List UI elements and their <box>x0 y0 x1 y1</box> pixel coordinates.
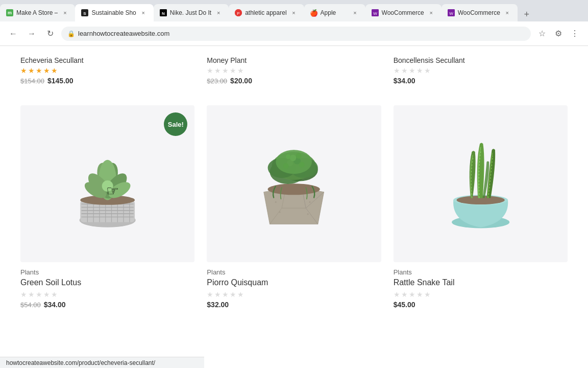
tab-label-5: Apple <box>321 9 348 16</box>
star-5: ★ <box>51 66 58 75</box>
product-title-1: Green Soil Lotus <box>20 278 194 287</box>
svg-point-44 <box>279 211 281 213</box>
tab-nike[interactable]: N Nike. Just Do It × <box>154 4 229 21</box>
product-price-3: $45.00 <box>394 301 568 309</box>
lock-icon: 🔒 <box>67 30 75 37</box>
empty-star-t3-2: ★ <box>401 66 408 75</box>
svg-text:W: W <box>449 11 453 16</box>
tab-favicon-1: m <box>6 9 13 16</box>
top-product-price-1: $154.00 $145.00 <box>20 77 194 85</box>
product-image-2 <box>207 128 381 240</box>
sale-price-2: $20.00 <box>230 77 252 85</box>
product-image-wrap-3 <box>394 105 568 262</box>
empty-star-1: ★ <box>207 66 213 75</box>
star-3: ★ <box>36 66 42 75</box>
top-product-price-3: $34.00 <box>394 77 568 85</box>
product-image-3 <box>394 128 568 240</box>
svg-text:P: P <box>237 11 239 16</box>
svg-point-58 <box>290 154 297 161</box>
svg-point-47 <box>268 183 320 195</box>
sale-price-1: $145.00 <box>47 77 74 85</box>
product-rating-3: ★ ★ ★ ★ ★ <box>394 290 568 298</box>
tab-sustainable-sho[interactable]: S Sustainable Sho × <box>75 4 153 21</box>
product-category-3: Plants <box>394 268 568 276</box>
tab-label-3: Nike. Just Do It <box>170 9 211 16</box>
tab-close-4[interactable]: × <box>290 9 298 17</box>
original-price-1: $154.00 <box>20 77 44 85</box>
address-bar: ← → ↻ 🔒 learnhowtocreateawebsite.com ☆ ⚙… <box>0 21 588 46</box>
empty-star-t3-5: ★ <box>424 66 431 75</box>
product-image-1 <box>20 128 194 240</box>
top-product-name-2: Money Plant <box>207 56 381 64</box>
tab-close-3[interactable]: × <box>214 9 223 17</box>
page-content: Echeveria Secullant ★ ★ ★ ★ ★ $154.00 $1… <box>0 46 588 357</box>
tab-label-1: Make A Store – <box>16 9 58 16</box>
menu-button[interactable]: ⋮ <box>568 27 582 41</box>
product-rating-1: ★ ★ ★ ★ ★ <box>20 290 194 298</box>
tab-close-6[interactable]: × <box>427 9 435 17</box>
sale-price-3: $34.00 <box>394 77 415 85</box>
top-product-row: Echeveria Secullant ★ ★ ★ ★ ★ $154.00 $1… <box>20 56 568 93</box>
product-image-wrap-1: Sale! ☞ <box>20 105 194 262</box>
top-product-2[interactable]: Money Plant ★ ★ ★ ★ ★ $23.00 $20.00 <box>207 56 381 85</box>
product-category-2: Plants <box>207 268 381 276</box>
tab-label-6: WooCommerce <box>382 9 424 16</box>
tab-close-2[interactable]: × <box>139 9 148 17</box>
forward-button[interactable]: → <box>24 27 39 41</box>
tab-close-5[interactable]: × <box>351 9 359 17</box>
tab-label-7: WooCommerce <box>458 9 500 16</box>
bookmark-button[interactable]: ☆ <box>535 27 549 41</box>
empty-star-5: ★ <box>237 66 244 75</box>
top-product-1[interactable]: Echeveria Secullant ★ ★ ★ ★ ★ $154.00 $1… <box>20 56 194 85</box>
tab-favicon-4: P <box>235 9 242 16</box>
tab-label-4: athletic apparel <box>245 9 286 16</box>
svg-point-45 <box>309 201 311 202</box>
product-card-2[interactable]: Plants Piorro Quisquam ★ ★ ★ ★ ★ $32.00 <box>207 105 381 309</box>
browser-chrome: m Make A Store – × S Sustainable Sho × N… <box>0 0 588 46</box>
tab-favicon-6: W <box>372 9 379 16</box>
top-product-3[interactable]: Boncellensis Secullant ★ ★ ★ ★ ★ $34.00 <box>394 56 568 85</box>
tab-woocommerce-1[interactable]: W WooCommerce × <box>365 4 442 21</box>
new-tab-button[interactable]: + <box>520 7 534 21</box>
star-2: ★ <box>28 66 35 75</box>
empty-star-t3-3: ★ <box>409 66 415 75</box>
svg-point-46 <box>307 213 309 215</box>
empty-star-t3-4: ★ <box>416 66 423 75</box>
product-sale-price-2: $32.00 <box>207 301 229 309</box>
status-bar: howtocreateawebsite.com/product/echeveri… <box>0 357 204 368</box>
product-card-3[interactable]: Plants Rattle Snake Tail ★ ★ ★ ★ ★ $45.0… <box>394 105 568 309</box>
empty-star-t3-1: ★ <box>394 66 400 75</box>
product-price-1: $54.00 $34.00 <box>20 301 194 309</box>
svg-text:N: N <box>162 11 165 16</box>
sale-badge-1: Sale! <box>164 112 187 136</box>
product-title-2: Piorro Quisquam <box>207 278 381 287</box>
back-button[interactable]: ← <box>6 27 20 41</box>
product-image-wrap-2 <box>207 105 381 262</box>
product-grid: Sale! ☞ <box>20 105 568 309</box>
empty-star-2: ★ <box>214 66 221 75</box>
tab-apple[interactable]: 🍎 Apple × <box>304 4 365 21</box>
tab-favicon-2: S <box>81 9 88 16</box>
tab-athletic-apparel[interactable]: P athletic apparel × <box>229 4 304 21</box>
svg-point-59 <box>296 153 302 158</box>
empty-star-4: ★ <box>230 66 236 75</box>
top-product-rating-2: ★ ★ ★ ★ ★ <box>207 66 381 75</box>
tab-woocommerce-2[interactable]: W WooCommerce × <box>442 4 518 21</box>
top-product-price-2: $23.00 $20.00 <box>207 77 381 85</box>
reload-button[interactable]: ↻ <box>43 27 57 41</box>
address-text: learnhowtocreateawebsite.com <box>78 30 525 37</box>
svg-text:S: S <box>84 11 87 16</box>
top-product-name-3: Boncellensis Secullant <box>394 56 568 64</box>
extensions-button[interactable]: ⚙ <box>551 27 566 41</box>
svg-point-57 <box>283 163 289 169</box>
top-product-name-1: Echeveria Secullant <box>20 56 194 64</box>
tab-close-1[interactable]: × <box>61 9 69 17</box>
product-card-1[interactable]: Sale! ☞ <box>20 105 194 309</box>
product-sale-price-1: $34.00 <box>44 301 66 309</box>
tab-make-a-store[interactable]: m Make A Store – × <box>0 4 75 21</box>
address-input[interactable]: 🔒 learnhowtocreateawebsite.com <box>61 27 531 41</box>
empty-star-3: ★ <box>222 66 229 75</box>
tab-close-7[interactable]: × <box>503 9 511 17</box>
svg-point-56 <box>299 162 305 167</box>
top-product-rating-1: ★ ★ ★ ★ ★ <box>20 66 194 75</box>
